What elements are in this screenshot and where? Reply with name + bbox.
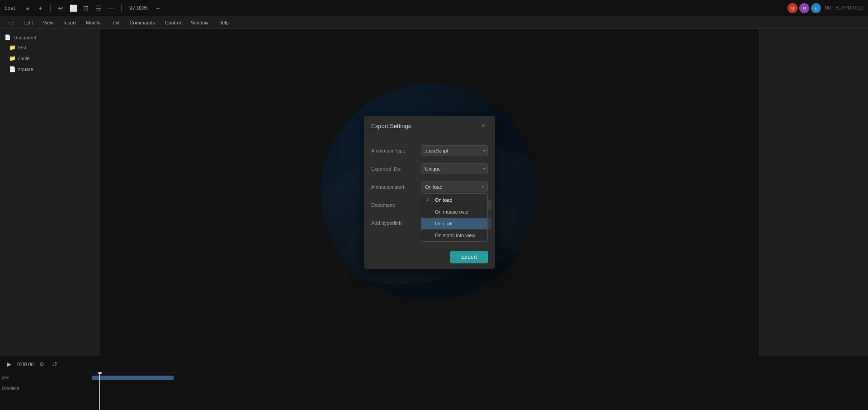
- menu-commands[interactable]: Commands: [125, 18, 159, 27]
- option-on-scroll-label: On scroll into view: [435, 233, 475, 238]
- timeline-track-geo: geo: [0, 372, 868, 383]
- timeline-track-gradient: Gradient: [0, 383, 868, 394]
- timeline-track-area: geo Gradient: [0, 372, 868, 410]
- separator-1: [50, 5, 51, 12]
- folder-icon-circle: 📁: [9, 55, 15, 62]
- user-avatars: U U U: [788, 3, 821, 13]
- option-on-mouse-over[interactable]: On mouse over: [421, 206, 487, 218]
- expand-test[interactable]: ›: [93, 45, 94, 50]
- animation-start-row: Animation start: On load ▾ ✓ On load: [371, 181, 488, 192]
- layout-icon[interactable]: ☰: [94, 4, 103, 13]
- main-layout: 📄 Document 📁 test › 📁 circle 📄 square Ex…: [0, 29, 868, 356]
- option-on-load-label: On load: [435, 197, 453, 203]
- animation-type-select-wrapper[interactable]: JavaScript CSS SVG ▾: [421, 145, 488, 156]
- menu-text[interactable]: Text: [106, 18, 124, 27]
- frame-icon[interactable]: ⬜: [69, 4, 78, 13]
- add-hyperlink-label: Add hyperlink:: [371, 220, 421, 226]
- dialog-body: Animation Type: JavaScript CSS SVG ▾: [364, 136, 495, 245]
- sidebar-item-square[interactable]: 📄 square: [0, 64, 99, 75]
- not-supported-label: NOT SUPPORTED: [825, 5, 863, 10]
- sidebar-document-header: 📄 Document: [0, 33, 99, 42]
- timeline-settings-icon[interactable]: ⚙: [38, 360, 47, 369]
- exported-ids-select[interactable]: Unique All None: [421, 163, 488, 174]
- add-icon[interactable]: +: [36, 4, 45, 13]
- sidebar-test-label: test: [18, 45, 26, 50]
- separator-2: [121, 5, 122, 12]
- sidebar-item-test[interactable]: 📁 test ›: [0, 42, 99, 53]
- canvas-area[interactable]: Export Settings × Animation Type: JavaSc…: [99, 29, 760, 356]
- menu-file[interactable]: File: [2, 18, 19, 27]
- menu-window[interactable]: Window: [186, 18, 213, 27]
- animation-start-display[interactable]: On load ▾: [421, 181, 488, 192]
- top-bar-right: U U U NOT SUPPORTED: [788, 3, 863, 13]
- timeline-time: 0:00.00: [17, 362, 34, 367]
- folder-icon-test: 📁: [9, 44, 15, 51]
- sidebar-item-circle[interactable]: 📁 circle: [0, 53, 99, 64]
- animation-start-wrapper: On load ▾ ✓ On load On mouse o: [421, 181, 488, 192]
- dialog-title: Export Settings: [371, 123, 411, 129]
- app-title: boat: [5, 5, 15, 11]
- top-bar: boat ≡ + ↩ ⬜ ⊡ ☰ — 97.03% + U U U NOT SU…: [0, 0, 868, 16]
- document-label: Document:: [371, 202, 421, 208]
- option-on-scroll[interactable]: On scroll into view: [421, 229, 487, 241]
- dialog-overlay: Export Settings × Animation Type: JavaSc…: [99, 29, 760, 356]
- undo-icon[interactable]: ↩: [56, 4, 65, 13]
- option-on-click[interactable]: On click: [421, 218, 487, 229]
- animation-start-dropdown: ✓ On load On mouse over On click: [421, 193, 488, 242]
- timeline-bar-geo[interactable]: [92, 376, 174, 380]
- grid-icon[interactable]: ⊡: [81, 4, 90, 13]
- play-button[interactable]: ▶: [5, 360, 14, 369]
- option-on-click-label: On click: [435, 221, 453, 226]
- option-on-mouse-over-label: On mouse over: [435, 209, 469, 215]
- export-settings-dialog: Export Settings × Animation Type: JavaSc…: [364, 116, 495, 269]
- zoom-level: 97.03%: [127, 5, 150, 11]
- dialog-header: Export Settings ×: [364, 116, 495, 136]
- animation-start-value: On load: [425, 184, 443, 190]
- menu-bar: File Edit View Insert Modify Text Comman…: [0, 16, 868, 29]
- bottom-timeline: ▶ 0:00.00 ⚙ ↺ geo Gradient: [0, 356, 868, 410]
- dialog-footer: Export: [364, 245, 495, 269]
- file-icon-square: 📄: [9, 66, 15, 72]
- timeline-scrubber[interactable]: [99, 372, 100, 410]
- option-on-load[interactable]: ✓ On load: [421, 194, 487, 206]
- animation-type-label: Animation Type:: [371, 148, 421, 153]
- menu-edit[interactable]: Edit: [20, 18, 38, 27]
- menu-insert[interactable]: Insert: [59, 18, 80, 27]
- menu-help[interactable]: Help: [214, 18, 233, 27]
- left-sidebar: 📄 Document 📁 test › 📁 circle 📄 square: [0, 29, 99, 356]
- menu-view[interactable]: View: [38, 18, 58, 27]
- exported-ids-select-wrapper[interactable]: Unique All None ▾: [421, 163, 488, 174]
- exported-ids-row: Exported IDs: Unique All None ▾: [371, 163, 488, 174]
- timeline-loop-icon[interactable]: ↺: [50, 360, 59, 369]
- animation-type-select[interactable]: JavaScript CSS SVG: [421, 145, 488, 156]
- timeline-controls: ▶ 0:00.00 ⚙ ↺: [0, 356, 868, 372]
- exported-ids-label: Exported IDs:: [371, 166, 421, 172]
- menu-icon[interactable]: ≡: [23, 4, 32, 13]
- timeline-label-gradient: Gradient: [2, 386, 38, 391]
- zoom-add-icon[interactable]: +: [153, 4, 162, 13]
- animation-start-label: Animation start:: [371, 181, 421, 190]
- document-icon: 📄: [5, 34, 11, 40]
- right-panel: [760, 29, 868, 356]
- checkmark-on-load: ✓: [426, 197, 431, 203]
- dialog-close-button[interactable]: ×: [479, 121, 488, 130]
- sidebar-document-label: Document: [14, 35, 36, 40]
- menu-control[interactable]: Control: [160, 18, 185, 27]
- avatar-2: U: [799, 3, 809, 13]
- timeline-label-geo: geo: [2, 375, 38, 380]
- avatar-1: U: [788, 3, 797, 13]
- right-panel-content: [760, 29, 868, 36]
- menu-modify[interactable]: Modify: [81, 18, 105, 27]
- animation-start-arrow: ▾: [482, 185, 484, 189]
- export-button[interactable]: Export: [450, 251, 488, 263]
- avatar-3: U: [811, 3, 821, 13]
- animation-type-row: Animation Type: JavaScript CSS SVG ▾: [371, 145, 488, 156]
- sidebar-square-label: square: [18, 67, 33, 72]
- sidebar-circle-label: circle: [18, 56, 30, 61]
- minus-icon[interactable]: —: [107, 4, 116, 13]
